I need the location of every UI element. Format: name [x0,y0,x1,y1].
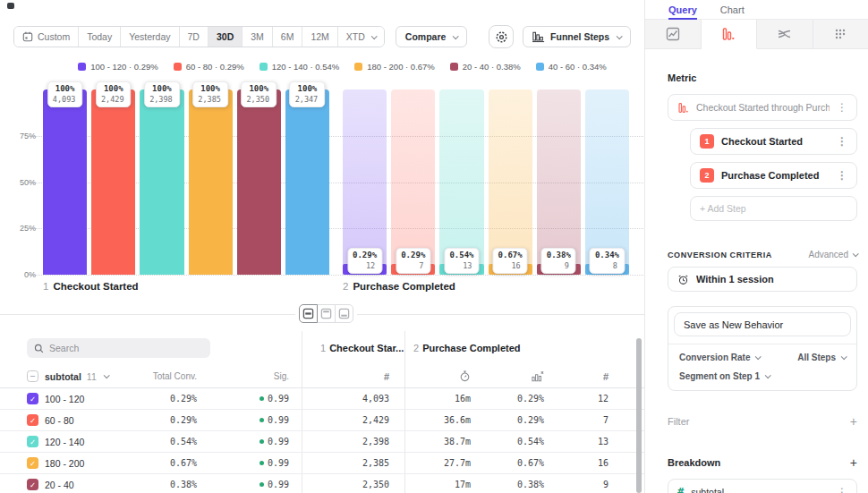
row-checkbox[interactable]: ✓ [27,414,38,426]
count-header-hash-icon[interactable]: # [291,371,391,382]
bar-value-label: 100%2,350 [241,81,277,107]
date-range-30d[interactable]: 30D [208,27,243,47]
settings-gear-button[interactable] [489,25,514,48]
funnel-bar[interactable]: 0.34%8 [585,89,629,275]
sig-status-dot [260,396,264,401]
chart-type-button[interactable]: Funnel Steps [523,26,631,47]
funnel-chart: 75% 50% 25% 0% 100%4,093 100%2,429 100%2… [43,89,629,275]
funnel-bar[interactable]: 0.29%7 [391,89,435,275]
breakdown-item-card[interactable]: # subtotal ⋮ [668,479,857,493]
total-conv-header[interactable]: Total Conv. [149,371,199,381]
significance-cell: 0.99 [199,415,291,425]
table-row[interactable]: ✓100 - 120 0.29% 0.99 4,093 16m 0.29% 12 [0,388,644,410]
conversion-window-card[interactable]: Within 1 session [668,267,857,292]
table-search[interactable] [27,338,210,358]
add-breakdown-button[interactable]: + [850,455,857,470]
legend-item[interactable]: 40 - 60 · 0.34% [536,62,607,72]
behavior-card[interactable]: Checkout Started through Purch... ⋮ [668,94,857,121]
funnel-bar[interactable]: 100%4,093 [43,89,87,275]
row-checkbox[interactable]: ✓ [27,436,38,447]
count-header-hash-icon[interactable]: # [546,371,610,382]
legend-item[interactable]: 100 - 120 · 0.29% [78,62,158,72]
scrollbar[interactable] [636,338,642,493]
step1-column-group-header: 1Checkout Star... [320,343,404,353]
flows-tab[interactable] [757,20,813,49]
funnel-bar[interactable]: 0.29%12 [343,89,387,275]
chart-legend: 100 - 120 · 0.29% 60 - 80 · 0.29% 120 - … [54,62,631,72]
significance-cell: 0.99 [199,394,291,404]
funnels-icon [721,27,736,41]
query-builder: Metric Checkout Started through Purch...… [645,72,868,493]
table-row[interactable]: ✓60 - 80 0.29% 0.99 2,429 36.6m 0.29% 7 [0,410,644,431]
funnel-bar[interactable]: 100%2,385 [189,89,233,275]
funnel-bar[interactable]: 100%2,429 [91,89,135,275]
legend-item[interactable]: 20 - 40 · 0.38% [450,62,521,72]
legend-item[interactable]: 180 - 200 · 0.67% [354,62,435,72]
date-range-3m[interactable]: 3M [243,27,273,47]
toolbar: Custom Today Yesterday 7D 30D 3M 6M 12M … [13,26,631,47]
kebab-menu-icon[interactable]: ⋮ [837,170,847,181]
kebab-menu-icon[interactable]: ⋮ [837,136,847,147]
chevron-down-icon [853,251,859,257]
date-range-12m[interactable]: 12M [302,27,337,47]
funnel-bar[interactable]: 0.54%13 [439,89,483,275]
sidebar-tabs: Query Chart [645,0,868,20]
step-label: Purchase Completed [721,170,830,181]
step-number-badge: 2 [700,168,714,183]
chevron-down-icon [765,372,771,378]
advanced-dropdown[interactable]: Advanced [809,250,857,259]
subtotal-header[interactable]: subtotal11 [45,371,108,382]
date-range-custom[interactable]: Custom [14,27,79,47]
add-step-button[interactable]: + Add Step [690,196,857,221]
funnel-bar[interactable]: 100%2,350 [237,89,281,275]
add-filter-button[interactable]: + [850,414,857,429]
date-range-xtd[interactable]: XTD [338,27,384,47]
table-row[interactable]: ✓120 - 140 0.54% 0.99 2,398 38.7m 0.54% … [0,431,644,453]
funnel-bar[interactable]: 100%2,347 [285,89,329,275]
table-row[interactable]: ✓20 - 40 0.38% 0.99 2,350 17m 0.38% 9 [0,474,644,493]
legend-item[interactable]: 120 - 140 · 0.54% [260,62,340,72]
time-to-convert-header[interactable] [391,370,472,382]
funnel-bar[interactable]: 0.67%16 [489,89,532,275]
legend-item[interactable]: 60 - 80 · 0.29% [174,62,244,72]
compare-button[interactable]: Compare [396,26,468,47]
funnel-bar[interactable]: 100%2,398 [140,89,183,275]
insights-tab[interactable] [645,20,702,49]
sig-header[interactable]: Sig. [199,371,291,381]
row-checkbox[interactable]: ✓ [27,457,38,469]
layout-table-only-button[interactable] [335,304,353,323]
step-card-1[interactable]: 1 Checkout Started ⋮ [690,128,857,155]
row-checkbox[interactable]: ✓ [27,479,38,490]
date-range-6m[interactable]: 6M [273,27,303,47]
date-range-7d[interactable]: 7D [180,27,208,47]
kebab-menu-icon[interactable]: ⋮ [837,487,847,493]
layout-chart-only-button[interactable] [317,304,336,323]
steps-dropdown[interactable]: All Steps [797,353,846,362]
search-input[interactable] [49,343,192,353]
step-card-2[interactable]: 2 Purchase Completed ⋮ [690,162,857,189]
date-range-yesterday[interactable]: Yesterday [121,27,179,47]
sig-status-dot [260,482,264,487]
sig-status-dot [260,439,264,444]
select-all-checkbox[interactable]: – [27,370,38,382]
tab-chart[interactable]: Chart [720,0,745,15]
app-menu-icon [7,3,14,9]
retention-tab[interactable] [813,20,868,49]
funnel-bar[interactable]: 0.38%9 [537,89,581,275]
row-checkbox[interactable]: ✓ [27,393,38,404]
kebab-menu-icon[interactable]: ⋮ [837,102,847,113]
legend-swatch [354,63,362,71]
measure-dropdown[interactable]: Conversion Rate [679,353,760,362]
bar-value-label: 0.54%13 [444,248,479,274]
conversion-rate-header[interactable] [472,370,546,382]
date-range-today[interactable]: Today [79,27,121,47]
layout-split-button[interactable] [299,304,318,323]
funnels-tab[interactable] [702,20,758,49]
segment-dropdown[interactable]: Segment on Step 1 [679,371,770,381]
table-row[interactable]: ✓180 - 200 0.67% 0.99 2,385 27.7m 0.67% … [0,453,644,474]
alarm-clock-icon [677,274,689,285]
save-behavior-button[interactable]: Save as New Behavior [674,312,851,336]
criteria-panel: Save as New Behavior Conversion Rate All… [668,306,857,391]
legend-swatch [536,63,544,71]
tab-query[interactable]: Query [668,0,697,20]
